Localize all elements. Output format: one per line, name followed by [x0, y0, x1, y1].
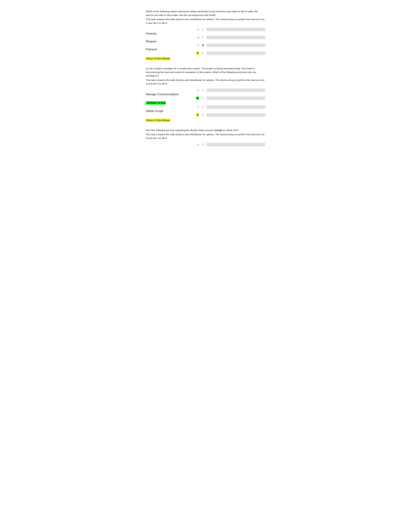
- q2-option-d-radio-col[interactable]: [201, 114, 206, 116]
- option-a-radio[interactable]: [202, 28, 204, 31]
- q2-option-d-letter-highlight: D: [196, 114, 199, 116]
- q2-option-d-letter-row: D: [146, 113, 265, 117]
- option-c-label: Fairness: [146, 48, 201, 51]
- question-1-line2: This task contains the radio buttons and…: [146, 18, 265, 25]
- question-2-text: ou are a project manager for a construct…: [146, 67, 265, 86]
- q2-option-b-text-row: Validate Scope: [146, 100, 265, 105]
- question-3-text-after: for which one?: [222, 129, 239, 132]
- q2-option-a-bar: [206, 88, 265, 92]
- question-3: All of the following are true regarding …: [146, 128, 265, 147]
- q2-option-d-letter: D: [146, 114, 201, 116]
- option-d-letter-row: D: [146, 51, 265, 55]
- q2-option-b-label: Validate Scope: [146, 101, 201, 105]
- question-1-options: A Honesty B Respect: [146, 28, 265, 64]
- q2-option-c-letter-row: C: [146, 105, 265, 109]
- option-d-radio-col[interactable]: [201, 52, 206, 54]
- q3-option-a-letter-row: A: [146, 143, 265, 146]
- option-c-text-row: Fairness: [146, 47, 265, 51]
- question-1: Which of the following values represents…: [146, 10, 265, 64]
- option-c-radio-col[interactable]: [201, 44, 206, 47]
- q2-option-d-text-row: None of the Above: [146, 117, 265, 125]
- q2-option-c-bar: [206, 105, 265, 109]
- option-a-text-row: Honesty: [146, 31, 265, 36]
- q3-option-a-letter: A: [146, 143, 201, 146]
- question-2-line1: ou are a project manager for a construct…: [146, 67, 265, 78]
- option-d-label: None of the Above: [146, 56, 201, 63]
- q3-option-a-radio[interactable]: [202, 143, 204, 146]
- option-b-letter: B: [146, 36, 201, 39]
- q3-option-a-radio-col[interactable]: [201, 143, 206, 146]
- q2-option-a-text-row: Manage Communications: [146, 92, 265, 96]
- question-3-options: A: [146, 143, 265, 146]
- question-3-line1: All of the following are true regarding …: [146, 128, 265, 132]
- q2-option-a-label: Manage Communications: [146, 93, 201, 96]
- page-content: Which of the following values represents…: [146, 10, 265, 146]
- q2-option-c-letter: C: [146, 106, 201, 108]
- q2-option-a-radio-col[interactable]: [201, 89, 206, 91]
- q2-option-b-radio[interactable]: [202, 97, 204, 99]
- option-d-radio[interactable]: [202, 52, 204, 54]
- q2-option-a-letter: A: [146, 89, 201, 92]
- option-d-text-row: None of the Above: [146, 55, 265, 64]
- q2-option-d-bar: [206, 113, 265, 117]
- option-b-radio[interactable]: [202, 36, 204, 38]
- question-3-text-bold: except: [214, 129, 222, 132]
- option-d-letter-highlight: D: [196, 52, 199, 55]
- option-d-bar: [206, 51, 265, 55]
- option-a-label: Honesty: [146, 32, 201, 35]
- option-b-radio-col[interactable]: [201, 36, 206, 38]
- none-above-2: None of the Above: [146, 119, 170, 122]
- option-a-letter: A: [146, 28, 201, 31]
- question-2-line2: This task contains the radio buttons and…: [146, 78, 265, 86]
- question-1-line1: Which of the following values represents…: [146, 10, 265, 17]
- q2-option-a-letter-row: A: [146, 88, 265, 92]
- option-c-radio[interactable]: [202, 44, 204, 47]
- question-2-options: A Manage Communications B: [146, 88, 265, 125]
- q2-option-d-radio[interactable]: [202, 114, 204, 116]
- validate-scope-highlight: Validate Scope: [146, 101, 166, 105]
- q2-option-a-radio[interactable]: [202, 89, 204, 91]
- option-a-bar: [206, 28, 265, 31]
- question-3-text: All of the following are true regarding …: [146, 128, 265, 140]
- q2-option-c-text-row: Define Scope: [146, 109, 265, 113]
- option-b-text-row: Respect: [146, 39, 265, 44]
- q2-option-c-radio[interactable]: [202, 106, 204, 108]
- option-a-radio-col[interactable]: [201, 28, 206, 31]
- option-d-letter: D: [146, 52, 201, 55]
- q2-option-b-letter-row: B: [146, 96, 265, 100]
- q2-option-b-letter: B: [146, 97, 201, 100]
- question-3-text-before: All of the following are true regarding …: [146, 129, 214, 132]
- option-a-letter-row: A: [146, 28, 265, 31]
- option-c-letter-row: C: [146, 44, 265, 47]
- option-c-bar: [206, 44, 265, 47]
- option-b-label: Respect: [146, 40, 201, 43]
- question-2: ou are a project manager for a construct…: [146, 67, 265, 125]
- option-c-letter: C: [146, 44, 201, 47]
- question-3-line2: This task contains the radio buttons and…: [146, 133, 265, 140]
- option-b-bar: [206, 36, 265, 39]
- q2-option-c-radio-col[interactable]: [201, 106, 206, 108]
- q2-option-c-label: Define Scope: [146, 109, 201, 113]
- option-b-letter-row: B: [146, 36, 265, 39]
- q2-option-b-bar: [206, 96, 265, 100]
- q2-option-d-label: None of the Above: [146, 117, 201, 125]
- question-1-text: Which of the following values represents…: [146, 10, 265, 25]
- q2-option-b-letter-highlight: B: [196, 97, 199, 100]
- q2-option-b-radio-col[interactable]: [201, 97, 206, 99]
- none-above-1: None of the Above: [146, 57, 170, 60]
- q3-option-a-bar: [206, 143, 265, 146]
